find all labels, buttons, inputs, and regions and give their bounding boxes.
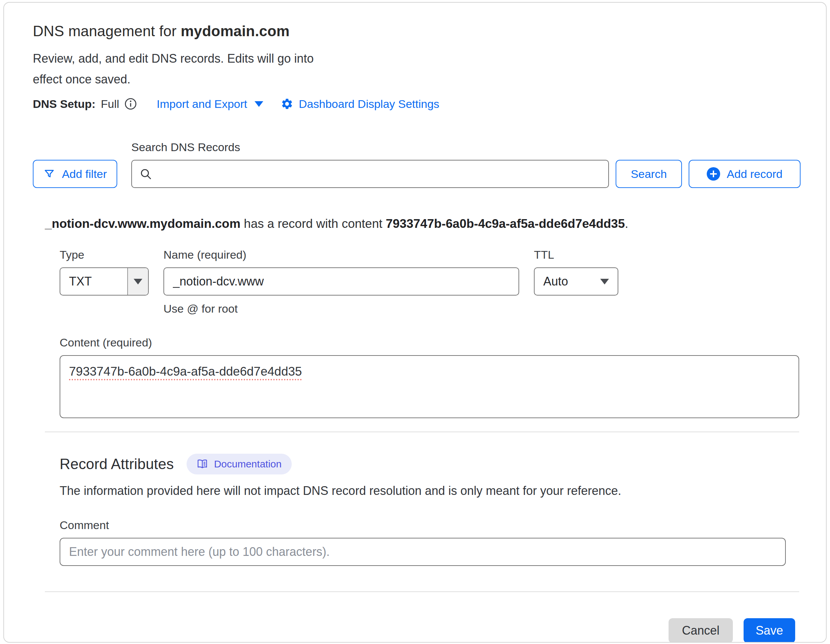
cancel-button[interactable]: Cancel	[668, 618, 733, 642]
notice-suffix: .	[625, 217, 628, 230]
filter-icon	[43, 168, 55, 180]
add-record-button[interactable]: Add record	[689, 160, 800, 188]
notice-record-name: _notion-dcv.www.mydomain.com	[45, 217, 241, 230]
footer-actions: Cancel Save	[45, 618, 795, 642]
record-attributes-description: The information provided here will not i…	[60, 484, 799, 498]
type-select-cap	[127, 268, 148, 295]
documentation-label: Documentation	[214, 458, 282, 470]
name-label: Name (required)	[163, 248, 519, 261]
type-field: Type TXT	[60, 248, 149, 315]
search-row: Add filter Search Add record	[33, 160, 800, 188]
add-filter-button[interactable]: Add filter	[33, 160, 117, 188]
comment-input[interactable]	[60, 538, 786, 566]
notice-middle-text: has a record with content	[241, 217, 386, 230]
search-dns-records-label: Search DNS Records	[131, 141, 800, 154]
documentation-link[interactable]: Documentation	[187, 454, 292, 474]
header: DNS management for mydomain.com Review, …	[33, 23, 800, 111]
type-label: Type	[60, 248, 149, 261]
name-helper-text: Use @ for root	[163, 302, 519, 315]
search-button-label: Search	[631, 168, 667, 181]
record-attributes-heading: Record Attributes	[60, 456, 174, 473]
content-field-group: Content (required) 7933747b-6a0b-4c9a-af…	[60, 336, 799, 418]
type-select-value: TXT	[60, 268, 127, 295]
add-record-label: Add record	[727, 168, 782, 181]
notice-content-value: 7933747b-6a0b-4c9a-af5a-dde6d7e4dd35	[386, 217, 625, 230]
chevron-down-icon	[134, 279, 143, 284]
dns-setup-value: Full	[101, 97, 119, 111]
page-subtitle: Review, add, and edit DNS records. Edits…	[33, 48, 334, 90]
content-value: 7933747b-6a0b-4c9a-af5a-dde6d7e4dd35	[69, 365, 302, 378]
record-exists-notice: _notion-dcv.www.mydomain.com has a recor…	[45, 217, 799, 231]
type-name-ttl-row: Type TXT Name (required) Use @ for root …	[60, 248, 799, 315]
record-form: Type TXT Name (required) Use @ for root …	[60, 248, 799, 418]
dashboard-display-settings-link[interactable]: Dashboard Display Settings	[281, 97, 439, 111]
chevron-down-icon	[255, 101, 263, 107]
divider	[45, 431, 799, 432]
page-title-domain: mydomain.com	[181, 23, 290, 39]
content-label: Content (required)	[60, 336, 799, 349]
info-icon[interactable]	[124, 97, 137, 111]
dns-management-panel: DNS management for mydomain.com Review, …	[3, 2, 827, 642]
record-editor: _notion-dcv.www.mydomain.com has a recor…	[45, 217, 799, 642]
search-input-box	[131, 160, 609, 188]
dns-setup-label: DNS Setup:	[33, 97, 95, 111]
cancel-label: Cancel	[682, 623, 719, 638]
chevron-down-icon	[600, 279, 609, 284]
import-export-label: Import and Export	[157, 97, 247, 111]
page-title: DNS management for mydomain.com	[33, 23, 800, 40]
search-input[interactable]	[157, 168, 601, 181]
save-button[interactable]: Save	[744, 618, 795, 642]
comment-label: Comment	[60, 519, 799, 532]
ttl-select-value: Auto	[543, 274, 568, 289]
search-button[interactable]: Search	[616, 160, 682, 188]
ttl-field: TTL Auto	[534, 248, 618, 315]
plus-circle-icon	[707, 167, 720, 181]
dashboard-display-settings-label: Dashboard Display Settings	[299, 97, 439, 111]
divider	[45, 592, 799, 592]
search-icon	[139, 168, 152, 180]
import-export-link[interactable]: Import and Export	[157, 97, 263, 111]
name-field[interactable]	[163, 267, 519, 295]
page-title-prefix: DNS management for	[33, 23, 181, 39]
book-icon	[196, 458, 208, 470]
ttl-select[interactable]: Auto	[534, 267, 618, 295]
record-attributes-header: Record Attributes Documentation	[60, 454, 799, 474]
dns-setup-row: DNS Setup: Full Import and Export Dashbo…	[33, 97, 800, 111]
search-area: Search DNS Records Add filter Search Add…	[33, 141, 800, 188]
gear-icon	[281, 97, 293, 110]
add-filter-label: Add filter	[62, 168, 107, 181]
ttl-label: TTL	[534, 248, 618, 261]
type-select[interactable]: TXT	[60, 267, 149, 295]
save-label: Save	[756, 623, 783, 638]
record-attributes-section: Record Attributes Documentation The info…	[60, 454, 799, 566]
content-textarea[interactable]: 7933747b-6a0b-4c9a-af5a-dde6d7e4dd35	[60, 355, 799, 418]
name-field-group: Name (required) Use @ for root	[163, 248, 519, 315]
